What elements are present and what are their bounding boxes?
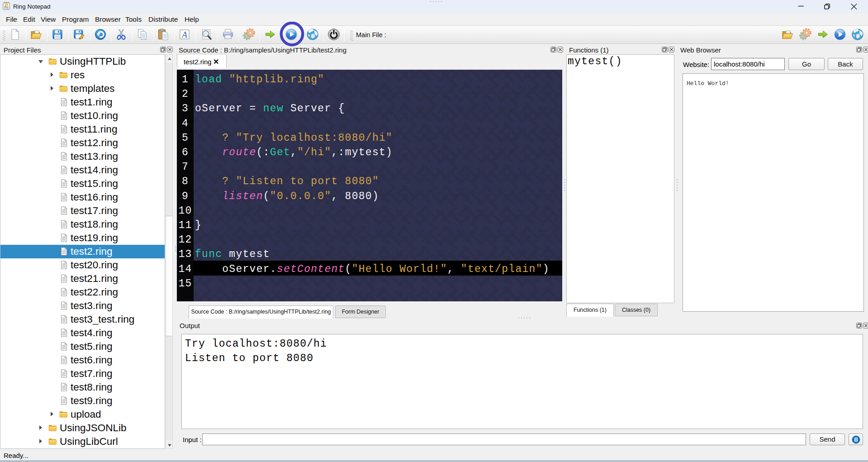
svg-text:A: A xyxy=(181,30,187,39)
svg-text:Ring: Ring xyxy=(4,6,9,9)
